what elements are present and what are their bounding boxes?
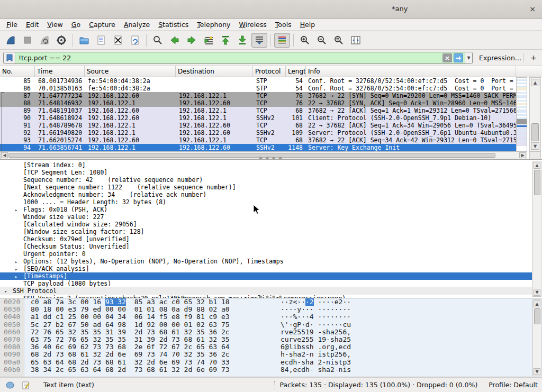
- expander-right-icon[interactable]: ▸: [15, 206, 23, 214]
- column-header-source[interactable]: Source: [85, 66, 176, 77]
- detail-row[interactable]: Sequence number: 42 (relative sequence n…: [0, 176, 532, 184]
- column-header-protocol[interactable]: Protocol: [253, 66, 286, 77]
- hex-bytes[interactable]: c0 a8 7a 3c 00 16 93 32 85 a3 ac c0 65 3…: [31, 298, 230, 306]
- hex-bytes[interactable]: 36 40 6c 69 62 73 73 68 2e 6f 72 67 2c 6…: [31, 343, 230, 351]
- detail-row[interactable]: TCP payload (1080 bytes): [0, 280, 532, 287]
- column-header-time[interactable]: Time: [35, 66, 85, 77]
- scroll-thumb[interactable]: [534, 308, 540, 324]
- detail-row[interactable]: Acknowledgment number: 34 (relative ack …: [0, 191, 532, 198]
- packet-list-header[interactable]: No.TimeSourceDestinationProtocolLengthIn…: [0, 66, 542, 77]
- scroll-thumb[interactable]: [534, 170, 540, 195]
- packet-row-90[interactable]: 9071.648618924192.168.122.60192.168.122.…: [0, 114, 516, 122]
- packet-row-86[interactable]: 8670.013850163fe:54:00:d4:38:2aSTP54Conf…: [0, 85, 516, 92]
- packet-list-vscrollbar[interactable]: ▲ ▼: [529, 77, 541, 151]
- hex-row-0030[interactable]: 003080 18 00 e3 79 ed 00 00 01 01 08 0a …: [0, 306, 542, 313]
- auto-scroll-toggle[interactable]: [251, 33, 267, 48]
- detail-row[interactable]: ▸Flags: 0x018 (PSH, ACK): [0, 206, 532, 213]
- hex-bytes[interactable]: 80 18 00 e3 79 ed 00 00 01 01 08 0a d9 8…: [31, 306, 230, 313]
- save-file-button[interactable]: [93, 33, 109, 48]
- resize-columns-button[interactable]: [348, 33, 364, 48]
- hex-row-0040[interactable]: 0040a1 dd c1 25 00 00 04 34 06 14 f5 e8 …: [0, 313, 542, 321]
- hex-bytes[interactable]: 68 2d 73 68 61 32 2d 6e 69 73 74 70 32 3…: [31, 351, 230, 358]
- hex-ascii[interactable]: ···%···4 ········: [281, 313, 351, 321]
- status-profile[interactable]: Profile: Default: [489, 381, 538, 389]
- hex-bytes[interactable]: 5c 27 b2 67 50 ad 64 98 1d 92 00 00 01 0…: [31, 321, 230, 329]
- menu-capture[interactable]: Capture: [85, 20, 120, 30]
- hex-ascii[interactable]: 84,ecdh- sha2-nis: [281, 366, 351, 373]
- detail-row[interactable]: ▸Options: (12 bytes), No-Operation (NOP)…: [0, 258, 532, 265]
- scroll-down-arrow[interactable]: ▼: [531, 142, 539, 150]
- scroll-thumb[interactable]: [531, 123, 539, 141]
- hex-ascii[interactable]: ecdh-sha 2-nistp3: [281, 359, 351, 366]
- close-window-button[interactable]: ×: [527, 4, 538, 15]
- hex-bytes[interactable]: 63 75 72 76 65 32 35 35 31 39 2d 73 68 6…: [31, 336, 230, 343]
- hex-row-00b0[interactable]: 00b038 34 2c 65 63 64 68 2d 73 68 61 32 …: [0, 366, 542, 373]
- hex-row-0090[interactable]: 009068 2d 73 68 61 32 2d 6e 69 73 74 70 …: [0, 351, 542, 358]
- hex-row-0050[interactable]: 00505c 27 b2 67 50 ad 64 98 1d 92 00 00 …: [0, 321, 542, 329]
- hex-ascii[interactable]: curve255 19-sha25: [281, 336, 351, 343]
- column-header-info[interactable]: Info: [306, 66, 516, 77]
- reload-file-button[interactable]: [127, 33, 143, 48]
- packet-row-93[interactable]: 9371.662015274192.168.122.60192.168.122.…: [0, 136, 516, 144]
- expression-button[interactable]: Expression…: [479, 54, 521, 62]
- hex-ascii[interactable]: \'·gP·d· ······cu: [281, 321, 351, 329]
- scroll-up-arrow[interactable]: ▲: [534, 162, 540, 169]
- packet-row-92[interactable]: 9271.661949820192.168.122.1192.168.122.6…: [0, 129, 516, 136]
- hex-row-0060[interactable]: 006072 76 65 32 35 35 31 39 2d 73 68 61 …: [0, 329, 542, 336]
- expander-down-icon[interactable]: ▾: [4, 288, 13, 295]
- scroll-left-arrow[interactable]: ◀: [1, 152, 8, 158]
- scroll-down-arrow[interactable]: ▼: [534, 368, 540, 375]
- menu-wireless[interactable]: Wireless: [235, 20, 271, 30]
- capture-options-button[interactable]: [53, 33, 69, 48]
- column-header-length[interactable]: Length: [286, 66, 306, 77]
- column-header-destination[interactable]: Destination: [176, 66, 253, 77]
- packet-row-89[interactable]: 8971.648191037192.168.122.60192.168.122.…: [0, 107, 516, 114]
- menu-statistics[interactable]: Statistics: [154, 20, 193, 30]
- hex-row-0080[interactable]: 008036 40 6c 69 62 73 73 68 2e 6f 72 67 …: [0, 343, 542, 351]
- hex-ascii[interactable]: ··z<···2 ····e2··: [281, 298, 351, 306]
- detail-row[interactable]: Checksum: 0x79ed [unverified]: [0, 235, 532, 243]
- detail-row[interactable]: [Window size scaling factor: 128]: [0, 228, 532, 235]
- detail-row[interactable]: Window size value: 227: [0, 213, 532, 221]
- menu-tools[interactable]: Tools: [271, 20, 296, 30]
- go-first-button[interactable]: [218, 33, 233, 48]
- detail-row[interactable]: ▸[SEQ/ACK analysis]: [0, 265, 532, 272]
- detail-row[interactable]: 1000 .... = Header Length: 32 bytes (8): [0, 198, 532, 206]
- hex-row-0070[interactable]: 007063 75 72 76 65 32 35 35 31 39 2d 73 …: [0, 336, 542, 343]
- hex-ascii[interactable]: ····y··· ········: [281, 306, 351, 313]
- go-back-button[interactable]: [167, 33, 183, 48]
- intelligent-scrollbar-minimap[interactable]: [516, 77, 527, 151]
- hex-bytes[interactable]: 38 34 2c 65 63 64 68 2d 73 68 61 32 2d 6…: [31, 366, 230, 373]
- zoom-in-button[interactable]: [297, 33, 313, 48]
- display-filter-input[interactable]: [15, 54, 442, 62]
- filter-history-dropdown[interactable]: ▼: [465, 52, 472, 63]
- find-packet-button[interactable]: [150, 33, 166, 48]
- zoom-original-button[interactable]: [331, 33, 347, 48]
- apply-filter-button[interactable]: [454, 53, 463, 62]
- go-last-button[interactable]: [234, 33, 250, 48]
- scroll-up-arrow[interactable]: ▲: [531, 79, 539, 86]
- hex-row-0020[interactable]: 0020c0 a8 7a 3c 00 16 93 32 85 a3 ac c0 …: [0, 298, 542, 306]
- hex-ascii[interactable]: 6@libssh .org,ecd: [281, 343, 351, 351]
- packet-row-85[interactable]: 8568.001734936fe:54:00:d4:38:2aSTP54Conf…: [0, 77, 516, 85]
- column-header-no[interactable]: No.: [0, 66, 35, 77]
- menu-go[interactable]: Go: [67, 20, 85, 30]
- expander-right-icon[interactable]: ▸: [15, 295, 23, 298]
- hex-vscrollbar[interactable]: ▲ ▼: [532, 299, 541, 376]
- hex-bytes[interactable]: 72 76 65 32 35 35 31 39 2d 73 68 61 32 3…: [31, 329, 230, 336]
- detail-row[interactable]: ▸[Timestamps]: [0, 272, 532, 280]
- title-bar[interactable]: *any ×: [0, 0, 542, 19]
- zoom-out-button[interactable]: [314, 33, 330, 48]
- menu-help[interactable]: Help: [296, 20, 320, 30]
- expander-right-icon[interactable]: ▸: [15, 266, 23, 273]
- detail-row[interactable]: [Checksum Status: Unverified]: [0, 243, 532, 250]
- packet-row-87[interactable]: 8771.647777234192.168.122.60192.168.122.…: [0, 92, 516, 99]
- clear-filter-button[interactable]: ×: [442, 53, 452, 62]
- detail-row[interactable]: [Calculated window size: 29056]: [0, 221, 532, 228]
- packet-row-88[interactable]: 8871.648146932192.168.122.1192.168.122.6…: [0, 99, 516, 107]
- scroll-up-arrow[interactable]: ▲: [534, 300, 540, 307]
- menu-analyze[interactable]: Analyze: [120, 20, 154, 30]
- hex-row-00a0[interactable]: 00a065 63 64 68 2d 73 68 61 32 2d 6e 69 …: [0, 359, 542, 366]
- start-capture-button[interactable]: [3, 33, 19, 48]
- detail-row[interactable]: ▾SSH Protocol: [0, 287, 532, 295]
